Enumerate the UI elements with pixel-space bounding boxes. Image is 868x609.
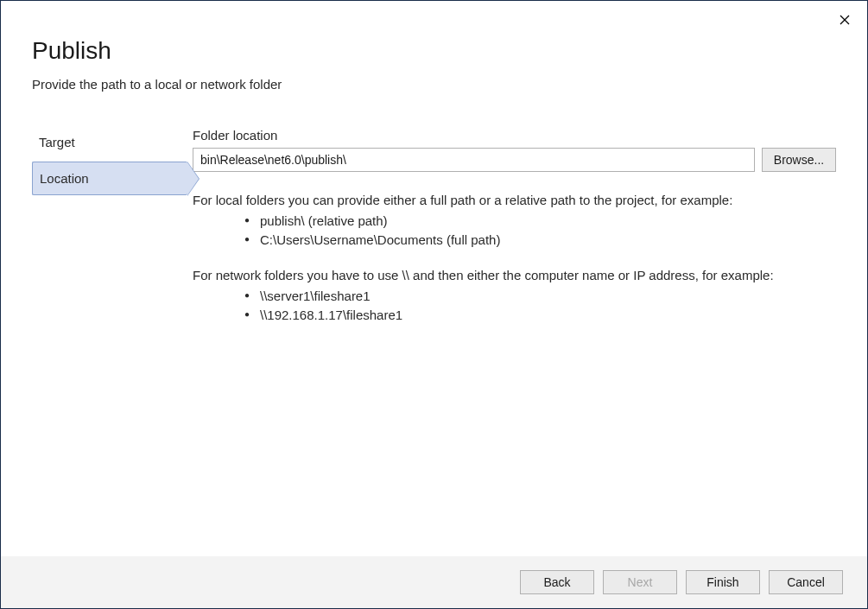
- back-button[interactable]: Back: [520, 570, 594, 594]
- sidebar-item-label: Target: [39, 135, 75, 149]
- page-subtitle: Provide the path to a local or network f…: [32, 77, 836, 92]
- dialog-header: Publish Provide the path to a local or n…: [1, 1, 867, 100]
- sidebar-item-location[interactable]: Location: [32, 162, 187, 195]
- close-button[interactable]: [836, 11, 853, 29]
- network-folders-intro: For network folders you have to use \\ a…: [193, 266, 836, 285]
- network-example-item: \\server1\fileshare1: [244, 287, 836, 306]
- close-icon: [839, 15, 850, 25]
- folder-location-label: Folder location: [193, 128, 836, 143]
- help-text: For local folders you can provide either…: [193, 191, 836, 325]
- network-example-item: \\192.168.1.17\fileshare1: [244, 306, 836, 325]
- main-content: Folder location Browse... For local fold…: [187, 128, 836, 342]
- local-folders-intro: For local folders you can provide either…: [193, 191, 836, 210]
- dialog-footer: Back Next Finish Cancel: [1, 556, 867, 608]
- page-title: Publish: [32, 37, 836, 65]
- sidebar-item-target[interactable]: Target: [32, 128, 187, 156]
- folder-location-input[interactable]: [193, 148, 755, 172]
- sidebar-item-label: Location: [40, 171, 89, 186]
- finish-button[interactable]: Finish: [686, 570, 760, 594]
- cancel-button[interactable]: Cancel: [769, 570, 843, 594]
- local-example-item: publish\ (relative path): [244, 212, 836, 231]
- content-area: Target Location Folder location Browse..…: [1, 100, 867, 342]
- wizard-steps-sidebar: Target Location: [32, 128, 187, 342]
- local-examples-list: publish\ (relative path) C:\Users\Userna…: [193, 212, 836, 250]
- network-examples-list: \\server1\fileshare1 \\192.168.1.17\file…: [193, 287, 836, 325]
- browse-button[interactable]: Browse...: [762, 148, 836, 172]
- next-button: Next: [603, 570, 677, 594]
- folder-input-row: Browse...: [193, 148, 836, 172]
- local-example-item: C:\Users\Username\Documents (full path): [244, 231, 836, 250]
